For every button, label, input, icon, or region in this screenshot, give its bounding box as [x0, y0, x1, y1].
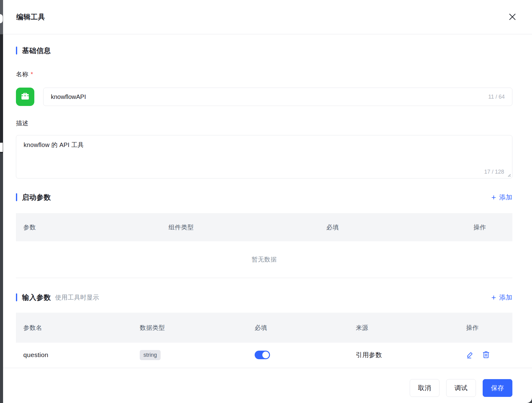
- data-type-tag: string: [140, 350, 161, 360]
- required-cell: [247, 351, 348, 359]
- column-header-required: 必填: [319, 223, 466, 232]
- section-title-text: 基础信息: [22, 46, 51, 55]
- backdrop-notch: [0, 14, 3, 23]
- required-toggle[interactable]: [255, 351, 270, 359]
- column-header-component-type: 组件类型: [161, 223, 319, 232]
- section-title-text: 启动参数: [22, 193, 51, 202]
- input-params-subtitle: 使用工具时显示: [55, 293, 99, 302]
- column-header-param-name: 参数名: [16, 324, 132, 332]
- desc-textarea[interactable]: knowflow 的 API 工具 17 / 128: [16, 135, 512, 179]
- section-title-basic-info: 基础信息: [16, 46, 51, 55]
- modal-footer: 取消 调试 保存: [3, 368, 532, 397]
- startup-params-empty-state: 暂无数据: [16, 241, 512, 278]
- backdrop-notch: [0, 143, 3, 152]
- required-asterisk: *: [31, 71, 33, 77]
- tool-icon-tile: [16, 88, 34, 106]
- input-params-table-header: 参数名 数据类型 必填 来源 操作: [16, 313, 512, 343]
- screen: 编辑工具 基础信息 名称*: [0, 0, 532, 403]
- toggle-knob: [262, 352, 269, 358]
- cancel-button[interactable]: 取消: [410, 379, 439, 397]
- data-type-cell: string: [132, 350, 247, 360]
- section-input-params-header: 输入参数 使用工具时显示 + 添加: [16, 290, 512, 305]
- section-basic-info-header: 基础信息: [16, 46, 512, 55]
- add-input-param-button[interactable]: + 添加: [491, 293, 512, 302]
- delete-button[interactable]: [482, 351, 490, 359]
- section-accent-bar: [16, 293, 17, 301]
- table-row: question string 引用参数: [16, 343, 512, 367]
- section-accent-bar: [16, 47, 17, 55]
- column-header-source: 来源: [348, 324, 459, 332]
- section-accent-bar: [16, 193, 17, 201]
- name-input-value: knowflowAPI: [51, 93, 488, 100]
- modal-title: 编辑工具: [16, 12, 45, 22]
- section-title-startup-params: 启动参数: [16, 193, 51, 202]
- plus-icon: +: [491, 193, 496, 201]
- backdrop-strip-mid: [0, 34, 3, 153]
- name-input[interactable]: knowflowAPI 11 / 64: [43, 88, 512, 106]
- column-header-actions: 操作: [459, 324, 512, 332]
- name-char-counter: 11 / 64: [488, 94, 505, 100]
- column-header-required: 必填: [247, 324, 348, 332]
- section-title-input-params: 输入参数 使用工具时显示: [16, 293, 99, 302]
- trash-icon: [482, 351, 490, 360]
- edit-tool-modal: 编辑工具 基础信息 名称*: [3, 0, 532, 403]
- modal-header: 编辑工具: [3, 0, 532, 34]
- close-button[interactable]: [507, 12, 518, 23]
- section-title-text: 输入参数: [22, 293, 51, 302]
- plus-icon: +: [491, 293, 496, 301]
- section-startup-params-header: 启动参数 + 添加: [16, 190, 512, 205]
- startup-params-table-header: 参数 组件类型 必填 操作: [16, 213, 512, 241]
- debug-button[interactable]: 调试: [446, 379, 476, 397]
- empty-state-text: 暂无数据: [252, 255, 277, 264]
- source-cell: 引用参数: [348, 351, 459, 359]
- close-icon: [508, 13, 517, 22]
- save-button[interactable]: 保存: [483, 379, 512, 397]
- column-header-param: 参数: [16, 223, 161, 232]
- edit-button[interactable]: [466, 351, 474, 359]
- desc-label: 描述: [16, 119, 512, 127]
- add-startup-param-button[interactable]: + 添加: [491, 193, 512, 202]
- param-name-cell: question: [16, 351, 132, 359]
- name-row: knowflowAPI 11 / 64: [16, 88, 512, 106]
- actions-cell: [459, 351, 512, 359]
- modal-body: 基础信息 名称*: [3, 46, 532, 367]
- desc-textarea-value: knowflow 的 API 工具: [24, 141, 505, 149]
- resize-handle-icon[interactable]: [507, 173, 511, 177]
- desc-char-counter: 17 / 128: [484, 169, 504, 175]
- edit-pencil-icon: [466, 351, 474, 360]
- toolbox-icon: [20, 91, 30, 103]
- name-label: 名称*: [16, 70, 512, 78]
- column-header-actions: 操作: [466, 223, 512, 232]
- column-header-data-type: 数据类型: [132, 324, 247, 332]
